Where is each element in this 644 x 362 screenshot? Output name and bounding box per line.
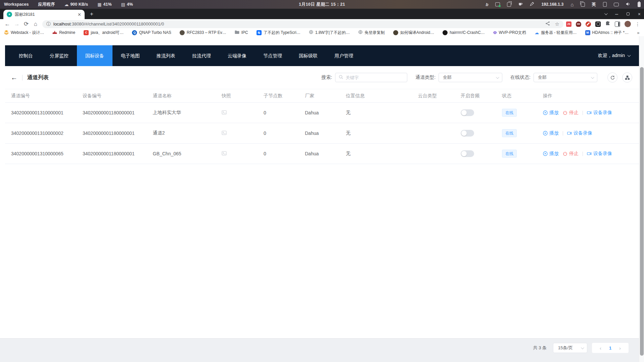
next-page-button[interactable]: › (619, 345, 621, 351)
bookmark-item[interactable]: 免登录复制 (358, 30, 385, 36)
cell-location: 无 (340, 130, 412, 136)
bookmark-item[interactable]: ☁ 服务器 - 轻量应用… (535, 30, 577, 36)
back-arrow-button[interactable]: ← (11, 74, 17, 82)
site-info-icon[interactable]: ⓘ (46, 21, 51, 27)
js-extension-icon[interactable]: JS (566, 21, 571, 27)
snapshot-icon[interactable] (216, 131, 258, 136)
cell-name: GB_Chn_065 (147, 151, 216, 156)
tab-close-icon[interactable]: ✕ (78, 12, 81, 17)
capture-extension-icon[interactable] (595, 21, 601, 27)
current-page[interactable]: 1 (609, 346, 611, 351)
play-button[interactable]: 播放 (543, 151, 559, 157)
browser-tab[interactable]: ✦ 国标28181 ✕ (3, 10, 85, 19)
cup-tray-icon[interactable] (518, 2, 523, 7)
bookmark-item[interactable]: C java、android可… (84, 30, 124, 36)
adblock-extension-icon[interactable] (586, 21, 591, 27)
bookmarks-overflow-chevron[interactable]: » (637, 30, 639, 35)
online-status-select[interactable]: 全部 (534, 73, 597, 82)
stop-button[interactable]: 停止 (563, 110, 579, 116)
bookmark-item[interactable]: hairrrrr/C-CrashC… (443, 30, 485, 35)
nav-item-push-list[interactable]: 推流列表 (148, 45, 184, 66)
bookmark-item[interactable]: Redmine (52, 30, 75, 35)
nav-item-split-monitor[interactable]: 分屏监控 (41, 45, 77, 66)
snapshot-icon[interactable] (216, 151, 258, 157)
input-language-indicator[interactable]: 英 (592, 2, 596, 7)
play-button[interactable]: 播放 (543, 110, 559, 116)
phone-link-icon[interactable] (603, 2, 607, 7)
snapshot-icon[interactable] (216, 110, 258, 116)
share-icon[interactable] (545, 21, 550, 27)
scrollbar-thumb[interactable] (640, 67, 644, 356)
col-snapshot: 快照 (216, 93, 258, 99)
color-picker-tray-icon[interactable] (530, 2, 534, 7)
extensions-puzzle-icon[interactable] (605, 21, 610, 28)
reload-icon[interactable]: ⟳ (21, 20, 31, 28)
nav-item-cloud-record[interactable]: 云端录像 (219, 45, 255, 66)
browser-menu-icon[interactable]: ⋮ (635, 21, 640, 27)
applications-button[interactable]: 应用程序 (38, 2, 55, 7)
device-record-button[interactable]: 设备录像 (587, 151, 612, 157)
audio-toggle[interactable] (461, 109, 474, 116)
clipboard-tray-icon[interactable] (507, 2, 511, 7)
battery-icon[interactable] (638, 2, 641, 7)
screenshot-tray-icon[interactable] (495, 2, 500, 6)
url-omnibox[interactable]: ⓘ localhost:38080/#/channelList/34020000… (42, 20, 563, 28)
audio-toggle[interactable] (461, 150, 474, 157)
nav-item-node-manage[interactable]: 节点管理 (255, 45, 290, 66)
forward-icon[interactable]: → (12, 21, 21, 28)
nav-item-gb-devices[interactable]: 国标设备 (77, 45, 112, 66)
tab-search-chevron-icon[interactable] (604, 12, 608, 15)
audio-toggle[interactable] (461, 130, 474, 137)
device-record-button[interactable]: 设备录像 (587, 110, 612, 116)
bookmark-star-icon[interactable]: ☆ (555, 21, 559, 27)
home-tray-icon[interactable]: ⌂ (570, 2, 573, 7)
home-icon[interactable]: ⌂ (31, 21, 40, 28)
bookmark-item[interactable]: 如何编译Android… (393, 30, 434, 36)
hdatmos-icon: M (585, 30, 590, 35)
new-tab-button[interactable]: + (87, 10, 96, 18)
bookmark-item[interactable]: Webstack - 设计… (4, 30, 44, 36)
mask-extension-icon[interactable] (576, 21, 581, 27)
volume-icon[interactable] (626, 2, 631, 7)
device-record-button[interactable]: 设备录像 (567, 130, 592, 136)
nav-item-pull-proxy[interactable]: 拉流代理 (184, 45, 219, 66)
cell-channel-id: 34020000001310000002 (5, 131, 77, 136)
bookmark-item[interactable]: 知 了不起的 TypeScri… (257, 30, 301, 36)
nav-item-map[interactable]: 电子地图 (112, 45, 148, 66)
bookmark-item[interactable]: RFC2833 – RTP Ev… (180, 30, 226, 35)
play-button[interactable]: 播放 (543, 130, 559, 136)
nav-item-gb-cascade[interactable]: 国标级联 (290, 45, 326, 66)
search-input[interactable] (335, 73, 407, 82)
ip-address[interactable]: 192.168.1.3 (541, 2, 563, 7)
channel-type-select[interactable]: 全部 (439, 73, 502, 82)
page-size-select[interactable]: 15条/页 (553, 343, 587, 353)
stop-button[interactable]: 停止 (563, 151, 579, 157)
bookmark-item[interactable]: Q QNAP Turbo NAS (132, 30, 171, 35)
bookmark-item[interactable]: Φ WVP-PRO文档 (493, 30, 526, 36)
chevron-down-icon (581, 346, 584, 349)
side-panel-icon[interactable] (615, 21, 620, 27)
prev-page-button[interactable]: ‹ (600, 345, 601, 351)
clock[interactable]: 1月10日 星期二 15：21 (299, 2, 345, 7)
search-field[interactable] (346, 75, 404, 80)
window-close-button[interactable]: × (638, 11, 641, 17)
window-restore-button[interactable] (627, 12, 630, 15)
refresh-button[interactable] (607, 72, 617, 83)
profile-avatar[interactable] (625, 21, 631, 27)
window-minimize-button[interactable]: – (615, 11, 618, 17)
workspaces-button[interactable]: Workspaces (4, 2, 29, 7)
zhihu-icon: 知 (257, 30, 262, 35)
bookmark-item[interactable]: 1.8W字|了不起的… (309, 30, 350, 36)
bookmark-item[interactable]: IPC (235, 30, 248, 35)
workspace-switcher-icon[interactable] (581, 2, 585, 7)
tree-view-button[interactable] (622, 72, 632, 83)
bookmark-item[interactable]: M HDAtmos :: 种子 *… (585, 30, 629, 36)
user-menu[interactable]: 欢迎，admin (598, 53, 639, 59)
chevron-down-icon (496, 75, 499, 79)
display-icon[interactable] (614, 3, 619, 6)
bing-tray-icon[interactable]: b (486, 2, 488, 7)
nav-item-user-manage[interactable]: 用户管理 (326, 45, 362, 66)
page-scrollbar[interactable] (639, 36, 644, 362)
nav-item-console[interactable]: 控制台 (10, 45, 41, 66)
back-icon[interactable]: ← (3, 21, 12, 28)
